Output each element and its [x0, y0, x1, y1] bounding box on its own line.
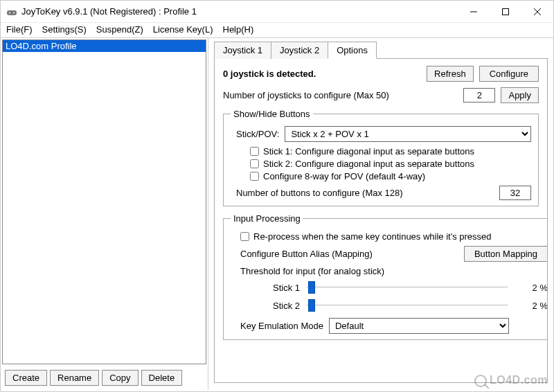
num-joysticks-input[interactable]: [463, 88, 495, 103]
button-mapping-button[interactable]: Button Mapping: [464, 246, 548, 262]
delete-button[interactable]: Delete: [141, 370, 183, 386]
svg-point-2: [13, 12, 15, 13]
input-processing-legend: Input Processing: [231, 213, 303, 224]
apply-button[interactable]: Apply: [501, 87, 539, 103]
stick1-percent: 2 %: [515, 283, 548, 293]
stick2-slider-label: Stick 2: [258, 301, 300, 311]
title-bar: JoyToKey v6.9.1 (Not Registered) : Profi…: [1, 1, 553, 23]
num-buttons-label: Number of buttons to configure (Max 128): [236, 188, 403, 198]
svg-rect-0: [7, 10, 17, 15]
button-alias-label: Configure Button Alias (Mapping): [240, 249, 373, 259]
input-processing-group: Input Processing Re-process when the sam…: [223, 213, 548, 340]
close-button[interactable]: [521, 1, 553, 23]
svg-point-1: [9, 12, 10, 13]
options-panel: 0 joystick is detected. Refresh Configur…: [214, 59, 548, 383]
menu-help[interactable]: Help(H): [223, 24, 254, 35]
rename-button[interactable]: Rename: [50, 370, 99, 386]
profile-item[interactable]: LO4D.com Profile: [3, 40, 206, 52]
tab-bar: Joystick 1 Joystick 2 Options: [214, 41, 548, 59]
configure-button[interactable]: Configure: [479, 66, 539, 82]
svg-rect-4: [503, 8, 509, 15]
copy-button[interactable]: Copy: [102, 370, 138, 386]
num-joysticks-label: Number of joysticks to configure (Max 50…: [223, 90, 389, 100]
joystick-status: 0 joystick is detected.: [223, 69, 316, 79]
profile-list[interactable]: LO4D.com Profile: [2, 39, 206, 364]
tab-options[interactable]: Options: [328, 42, 377, 59]
stick1-slider[interactable]: [307, 280, 508, 294]
num-buttons-input[interactable]: [499, 186, 531, 200]
stick-pov-select[interactable]: Stick x 2 + POV x 1: [285, 126, 531, 142]
stick-pov-label: Stick/POV:: [236, 129, 279, 139]
window-title: JoyToKey v6.9.1 (Not Registered) : Profi…: [21, 6, 197, 17]
menu-license[interactable]: License Key(L): [153, 24, 213, 35]
tab-joystick1[interactable]: Joystick 1: [214, 42, 271, 59]
menu-file[interactable]: File(F): [6, 24, 33, 35]
show-hide-group: Show/Hide Buttons Stick/POV: Stick x 2 +…: [223, 109, 539, 206]
menu-suspend[interactable]: Suspend(Z): [96, 24, 143, 35]
stick2-percent: 2 %: [515, 301, 548, 311]
stick2-diagonal-checkbox[interactable]: Stick 2: Configure diagonal input as sep…: [250, 159, 531, 169]
threshold-label: Threshold for input (for analog stick): [240, 266, 548, 276]
left-pane: LO4D.com Profile Create Rename Copy Dele…: [1, 38, 208, 390]
menu-bar: File(F) Settings(S) Suspend(Z) License K…: [1, 23, 553, 38]
menu-settings[interactable]: Settings(S): [42, 24, 87, 35]
refresh-button[interactable]: Refresh: [427, 66, 474, 82]
stick1-slider-label: Stick 1: [258, 283, 300, 293]
create-button[interactable]: Create: [5, 370, 47, 386]
right-pane: Joystick 1 Joystick 2 Options 0 joystick…: [208, 38, 553, 390]
stick2-slider[interactable]: [307, 299, 508, 312]
tab-joystick2[interactable]: Joystick 2: [271, 42, 328, 59]
key-emulation-select[interactable]: Default: [329, 318, 509, 334]
show-hide-legend: Show/Hide Buttons: [231, 109, 313, 119]
reprocess-checkbox[interactable]: Re-process when the same key continues w…: [240, 231, 548, 242]
maximize-button[interactable]: [490, 1, 521, 23]
stick1-diagonal-checkbox[interactable]: Stick 1: Configure diagonal input as sep…: [250, 146, 531, 157]
minimize-button[interactable]: [458, 1, 490, 23]
pov-8way-checkbox[interactable]: Configure 8-way for POV (default 4-way): [250, 171, 531, 181]
app-icon: [6, 6, 17, 17]
key-emulation-label: Key Emulation Mode: [240, 321, 323, 331]
